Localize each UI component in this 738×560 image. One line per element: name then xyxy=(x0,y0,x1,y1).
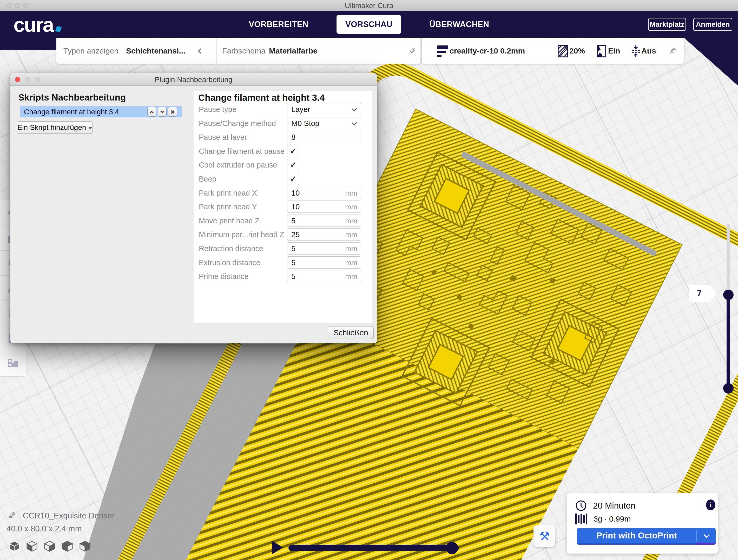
dialog-close-footer-button[interactable]: Schließen xyxy=(328,326,374,339)
material-row: 3g · 0.99m xyxy=(575,514,631,524)
color-scheme-label: Farbschema xyxy=(222,46,266,55)
color-scheme-dropdown[interactable]: Materialfarbe xyxy=(269,46,318,55)
chevron-down-icon[interactable] xyxy=(703,532,710,538)
setting-row-beep: Beep ✓ xyxy=(194,173,372,185)
view-left-button[interactable] xyxy=(61,540,74,553)
chevron-down-icon xyxy=(352,106,357,111)
collapse-chevron-icon[interactable] xyxy=(198,48,204,54)
edit-view-pencil-icon[interactable]: ✎ xyxy=(408,46,416,56)
add-script-button[interactable]: Ein Skript hinzufügen xyxy=(17,121,93,134)
script-name: Change filament at height 3.4 xyxy=(24,108,119,116)
rename-model-pencil-icon[interactable]: ✎ xyxy=(8,510,16,522)
retraction-distance-input[interactable]: 5 mm xyxy=(287,242,361,254)
model-dimensions: 40.0 x 80.0 x 2.4 mm xyxy=(6,524,82,534)
park-x-input[interactable]: 10 mm xyxy=(287,187,361,199)
layer-slider-lower-handle[interactable] xyxy=(723,383,734,394)
scripts-heading: Skripts Nachbearbeitung xyxy=(18,92,126,103)
view-options-toolbar: Typen anzeigen Schichtenansi... Farbsche… xyxy=(56,38,420,64)
setting-row-pause-method: Pause/Change method M0 Stop xyxy=(194,117,372,129)
cube-right-icon xyxy=(79,540,91,552)
setting-row-change-filament: Change filament at pause ✓ xyxy=(194,145,372,157)
camera-view-buttons xyxy=(8,540,91,553)
info-icon[interactable]: i xyxy=(706,500,715,510)
beep-checkbox[interactable]: ✓ xyxy=(287,173,299,185)
layer-slider-range xyxy=(727,295,730,388)
chevron-down-icon xyxy=(352,120,357,125)
dialog-titlebar[interactable]: Plugin Nachbearbeitung xyxy=(10,73,377,86)
setting-row-retraction: Retraction distance 5 mm xyxy=(194,242,372,254)
chevron-up-icon xyxy=(150,111,153,114)
cool-extruder-checkbox[interactable]: ✓ xyxy=(287,159,299,171)
move-script-up-button[interactable] xyxy=(147,107,156,117)
adhesion-icon xyxy=(631,45,641,57)
post-processing-button[interactable] xyxy=(0,351,26,376)
stage-tabs: VORBEREITEN VORSCHAU ÜBERWACHEN xyxy=(0,11,738,38)
clock-icon xyxy=(575,500,587,511)
checkmark-icon: ✓ xyxy=(290,174,297,183)
infill-percent-value: 20% xyxy=(570,46,585,55)
move-z-input[interactable]: 5 mm xyxy=(287,214,361,227)
layer-slider-track[interactable] xyxy=(727,224,730,297)
view-3d-button[interactable] xyxy=(8,540,21,553)
view-front-button[interactable] xyxy=(25,540,38,553)
min-park-z-input[interactable]: 25 mm xyxy=(287,228,361,240)
window-titlebar: Ultimaker Cura xyxy=(0,0,738,11)
print-time-value: 20 Minuten xyxy=(593,501,635,511)
setting-row-pause-type: Pause type Layer xyxy=(194,103,372,115)
view-type-label: Typen anzeigen xyxy=(63,46,118,55)
setting-row-min-park-z: Minimum par...rint head Z 25 mm xyxy=(194,228,372,240)
setting-row-move-z: Move print head Z 5 mm xyxy=(194,214,372,227)
filament-icon xyxy=(575,514,587,524)
view-right-button[interactable] xyxy=(78,540,91,553)
checkmark-icon: ✓ xyxy=(290,146,297,155)
layer-indicator-value: 7 xyxy=(697,289,701,298)
timeline-slider-track[interactable] xyxy=(289,545,459,551)
play-button[interactable] xyxy=(272,541,283,554)
tab-preview[interactable]: VORSCHAU xyxy=(337,15,401,34)
tools-button[interactable]: ⚒ xyxy=(533,525,555,547)
app-header: cura VORBEREITEN VORSCHAU ÜBERWACHEN Mar… xyxy=(0,11,738,38)
button-notch xyxy=(696,543,716,545)
cube-top-icon xyxy=(44,540,56,552)
remove-script-button[interactable]: × xyxy=(168,107,177,117)
marketplace-button[interactable]: Marktplatz xyxy=(648,18,686,31)
toolbar-divider xyxy=(217,38,217,64)
view-type-dropdown[interactable]: Schichtenansi... xyxy=(126,46,185,55)
support-icon xyxy=(597,45,607,57)
model-name: CCR10_Exquisite Densor xyxy=(23,511,114,521)
print-settings-toolbar[interactable]: creality-cr-10 0.2mm 20% Ein Aus ✎ xyxy=(422,38,684,64)
view-top-button[interactable] xyxy=(43,540,56,553)
pause-method-select[interactable]: M0 Stop xyxy=(287,117,361,129)
edit-print-settings-pencil-icon[interactable]: ✎ xyxy=(669,46,677,56)
support-state-value: Ein xyxy=(608,46,620,55)
setting-row-prime: Prime distance 5 mm xyxy=(194,270,372,283)
print-with-octoprint-button[interactable]: Print with OctoPrint xyxy=(577,528,716,545)
tab-monitor[interactable]: ÜBERWACHEN xyxy=(420,15,498,34)
setting-row-extrusion: Extrusion distance 5 mm xyxy=(194,256,372,268)
tab-prepare[interactable]: VORBEREITEN xyxy=(240,15,317,34)
adhesion-state-value: Aus xyxy=(641,46,656,55)
header-left-wedge xyxy=(0,38,56,50)
material-value: 3g · 0.99m xyxy=(594,515,631,523)
post-processing-stairs-icon xyxy=(6,358,20,370)
cube-3d-icon xyxy=(8,540,20,552)
pause-type-select[interactable]: Layer xyxy=(287,103,361,115)
script-settings-heading: Change filament at height 3.4 xyxy=(198,92,325,103)
park-y-input[interactable]: 10 mm xyxy=(287,200,361,213)
move-script-down-button[interactable] xyxy=(158,107,166,117)
infill-icon xyxy=(558,45,568,57)
dialog-title: Plugin Nachbearbeitung xyxy=(10,76,377,84)
close-icon: × xyxy=(170,109,174,115)
extrusion-distance-input[interactable]: 5 mm xyxy=(287,256,361,268)
script-settings-panel: Change filament at height 3.4 Pause type… xyxy=(194,91,372,323)
model-name-row: ✎ CCR10_Exquisite Densor xyxy=(8,510,114,522)
timeline-slider-handle[interactable] xyxy=(446,542,458,554)
print-button-label: Print with OctoPrint xyxy=(577,528,696,543)
layer-slider-upper-handle[interactable] xyxy=(723,290,734,300)
pause-at-layer-input[interactable]: 8 xyxy=(287,131,361,143)
prime-distance-input[interactable]: 5 mm xyxy=(287,270,361,283)
dropdown-triangle-icon xyxy=(88,127,92,129)
setting-row-park-x: Park print head X 10 mm xyxy=(194,187,372,199)
change-filament-checkbox[interactable]: ✓ xyxy=(287,145,299,157)
sign-in-button[interactable]: Anmelden xyxy=(693,18,732,31)
